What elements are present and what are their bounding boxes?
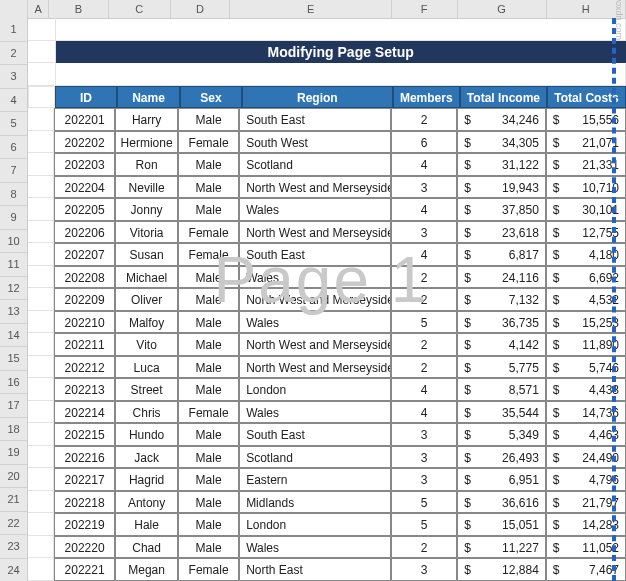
cell[interactable]	[28, 333, 54, 356]
cell-sex[interactable]: Male	[178, 266, 239, 289]
cell-region[interactable]: London	[239, 513, 391, 536]
cell-costs[interactable]: $11,890	[546, 333, 626, 356]
cell-costs[interactable]: $4,796	[546, 468, 626, 491]
cell-income[interactable]: $36,735	[457, 311, 546, 334]
cell-costs[interactable]: $21,071	[546, 131, 626, 154]
cell-income[interactable]: $15,051	[457, 513, 546, 536]
cell-members[interactable]: 2	[391, 108, 457, 131]
cell-members[interactable]: 3	[391, 558, 457, 581]
cell-name[interactable]: Street	[115, 378, 178, 401]
cell-costs[interactable]: $11,052	[546, 536, 626, 559]
row-header-14[interactable]: 14	[0, 324, 28, 348]
cell-id[interactable]: 202219	[54, 513, 115, 536]
cell-region[interactable]: Wales	[239, 198, 391, 221]
cell-id[interactable]: 202205	[54, 198, 115, 221]
cell[interactable]	[28, 41, 56, 64]
row-header-23[interactable]: 23	[0, 535, 28, 559]
cell-income[interactable]: $4,142	[457, 333, 546, 356]
cell-region[interactable]: Eastern	[239, 468, 391, 491]
cell-name[interactable]: Megan	[115, 558, 178, 581]
col-header-C[interactable]: C	[109, 0, 171, 18]
cell-sex[interactable]: Male	[178, 176, 239, 199]
cell-income[interactable]: $5,775	[457, 356, 546, 379]
col-header-B[interactable]: B	[49, 0, 109, 18]
cell-name[interactable]: Jack	[115, 446, 178, 469]
th-members[interactable]: Members	[393, 86, 460, 109]
cell-name[interactable]: Neville	[115, 176, 178, 199]
cell-id[interactable]: 202221	[54, 558, 115, 581]
cell-name[interactable]: Chad	[115, 536, 178, 559]
select-all-corner[interactable]	[0, 0, 28, 18]
cell[interactable]	[28, 378, 54, 401]
cell-region[interactable]: North East	[239, 558, 391, 581]
row-header-19[interactable]: 19	[0, 441, 28, 465]
cell-members[interactable]: 2	[391, 288, 457, 311]
cell-sex[interactable]: Male	[178, 536, 239, 559]
cell-members[interactable]: 3	[391, 221, 457, 244]
cell-region[interactable]: North West and Merseyside	[239, 288, 391, 311]
cell-members[interactable]: 2	[391, 333, 457, 356]
cell[interactable]	[28, 356, 54, 379]
cell-members[interactable]: 6	[391, 131, 457, 154]
th-id[interactable]: ID	[55, 86, 117, 109]
cell[interactable]	[28, 401, 54, 424]
cell-members[interactable]: 3	[391, 423, 457, 446]
row-header-17[interactable]: 17	[0, 394, 28, 418]
row-header-9[interactable]: 9	[0, 206, 28, 230]
cell-sex[interactable]: Male	[178, 423, 239, 446]
cell-region[interactable]: London	[239, 378, 391, 401]
cell-region[interactable]: Wales	[239, 311, 391, 334]
cell[interactable]	[56, 18, 626, 41]
cell-income[interactable]: $8,571	[457, 378, 546, 401]
cell-costs[interactable]: $14,283	[546, 513, 626, 536]
cell-id[interactable]: 202210	[54, 311, 115, 334]
cell-sex[interactable]: Male	[178, 108, 239, 131]
cell-name[interactable]: Malfoy	[115, 311, 178, 334]
cell-id[interactable]: 202206	[54, 221, 115, 244]
cell-name[interactable]: Chris	[115, 401, 178, 424]
page-title[interactable]: Modifying Page Setup	[56, 41, 626, 64]
th-region[interactable]: Region	[242, 86, 393, 109]
cell-sex[interactable]: Male	[178, 288, 239, 311]
cell-members[interactable]: 4	[391, 401, 457, 424]
cell-income[interactable]: $12,884	[457, 558, 546, 581]
cell-region[interactable]: Wales	[239, 536, 391, 559]
cell-members[interactable]: 5	[391, 311, 457, 334]
cell-income[interactable]: $36,616	[457, 491, 546, 514]
cell-region[interactable]: North West and Merseyside	[239, 176, 391, 199]
cell-costs[interactable]: $7,467	[546, 558, 626, 581]
cell-id[interactable]: 202218	[54, 491, 115, 514]
cell-name[interactable]: Oliver	[115, 288, 178, 311]
cell-name[interactable]: Antony	[115, 491, 178, 514]
cell-region[interactable]: Wales	[239, 266, 391, 289]
cell-region[interactable]: North West and Merseyside	[239, 356, 391, 379]
cell-income[interactable]: $23,618	[457, 221, 546, 244]
cell[interactable]	[28, 153, 54, 176]
cell-sex[interactable]: Male	[178, 198, 239, 221]
cell-income[interactable]: $31,122	[457, 153, 546, 176]
cell-costs[interactable]: $4,180	[546, 243, 626, 266]
cell[interactable]	[28, 468, 54, 491]
cell-sex[interactable]: Female	[178, 401, 239, 424]
row-header-18[interactable]: 18	[0, 418, 28, 442]
col-header-A[interactable]: A	[28, 0, 49, 18]
cell-costs[interactable]: $14,736	[546, 401, 626, 424]
row-header-5[interactable]: 5	[0, 112, 28, 136]
cell-id[interactable]: 202207	[54, 243, 115, 266]
cell-costs[interactable]: $6,692	[546, 266, 626, 289]
cell[interactable]	[28, 198, 54, 221]
cell-sex[interactable]: Male	[178, 491, 239, 514]
cell-costs[interactable]: $21,331	[546, 153, 626, 176]
cell[interactable]	[28, 423, 54, 446]
th-name[interactable]: Name	[117, 86, 180, 109]
cell-costs[interactable]: $10,710	[546, 176, 626, 199]
cell-region[interactable]: Scotland	[239, 153, 391, 176]
cell-sex[interactable]: Female	[178, 243, 239, 266]
cell-name[interactable]: Jonny	[115, 198, 178, 221]
cell-members[interactable]: 5	[391, 491, 457, 514]
cell-income[interactable]: $7,132	[457, 288, 546, 311]
cell-name[interactable]: Ron	[115, 153, 178, 176]
cell-members[interactable]: 4	[391, 198, 457, 221]
row-header-7[interactable]: 7	[0, 159, 28, 183]
cell-name[interactable]: Harry	[115, 108, 178, 131]
